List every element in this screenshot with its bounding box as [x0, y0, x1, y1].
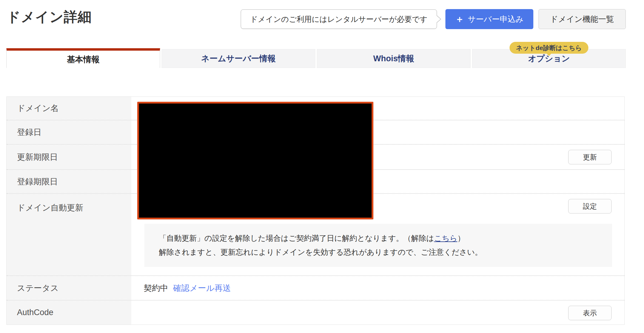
renew-button[interactable]: 更新 — [568, 150, 612, 164]
tab-bar: 基本情報 ネームサーバー情報 Whois情報 ネットde診断はこちら オプション — [6, 48, 626, 68]
note-line1-post: ） — [457, 234, 465, 242]
row-authcode-value — [131, 301, 624, 325]
redaction-overlay — [137, 102, 373, 219]
row-registration-deadline-label: 登録期限日 — [7, 170, 131, 193]
note-line2: 解除されますと、更新忘れによりドメインを失効する恐れがありますので、ご注意くださ… — [159, 248, 482, 256]
row-auto-renewal-label: ドメイン自動更新 — [7, 194, 131, 275]
tooltip-text: ドメインのご利用にはレンタルサーバーが必要です — [250, 14, 428, 24]
tab-whois-info-label: Whois情報 — [373, 53, 414, 64]
tab-nameserver-info-label: ネームサーバー情報 — [201, 53, 276, 64]
show-authcode-button[interactable]: 表示 — [568, 306, 612, 320]
cancel-here-link[interactable]: こちら — [434, 234, 458, 242]
net-de-diagnosis-badge[interactable]: ネットde診断はこちら — [509, 42, 589, 54]
tab-nameserver-info[interactable]: ネームサーバー情報 — [162, 49, 315, 68]
tab-whois-info[interactable]: Whois情報 — [317, 49, 471, 68]
row-domain-name-label: ドメイン名 — [7, 97, 131, 120]
domain-features-label: ドメイン機能一覧 — [550, 14, 614, 25]
tab-options[interactable]: ネットde診断はこちら オプション — [472, 49, 626, 68]
row-authcode-label: AuthCode — [7, 301, 131, 325]
row-status-label: ステータス — [7, 276, 131, 300]
resend-confirmation-mail-link[interactable]: 確認メール再送 — [173, 283, 231, 294]
auto-renewal-note: 「自動更新」の設定を解除した場合はご契約満了日に解約となります。（解除はこちら）… — [144, 224, 612, 267]
row-status: ステータス 契約中 確認メール再送 — [7, 275, 624, 300]
plus-icon: ＋ — [455, 15, 464, 24]
header-actions: ドメインのご利用にはレンタルサーバーが必要です ＋ サーバー申込み ドメイン機能… — [241, 9, 626, 29]
tab-basic-info[interactable]: 基本情報 — [6, 48, 160, 68]
row-renewal-deadline-label: 更新期限日 — [7, 145, 131, 169]
domain-features-button[interactable]: ドメイン機能一覧 — [538, 9, 626, 29]
server-required-tooltip: ドメインのご利用にはレンタルサーバーが必要です — [241, 9, 437, 29]
status-text: 契約中 — [144, 283, 168, 294]
page-title: ドメイン詳細 — [7, 8, 92, 26]
server-apply-button[interactable]: ＋ サーバー申込み — [445, 9, 533, 29]
tab-basic-info-label: 基本情報 — [67, 54, 100, 65]
row-registration-date-label: 登録日 — [7, 120, 131, 144]
domain-detail-table: ドメイン名 登録日 更新期限日 更新 登録期限日 ドメイン自動更新 設定 「自動… — [6, 96, 625, 325]
row-status-value: 契約中 確認メール再送 — [131, 276, 624, 300]
server-apply-label: サーバー申込み — [468, 14, 524, 25]
note-line1-pre: 「自動更新」の設定を解除した場合はご契約満了日に解約となります。（解除は — [159, 234, 434, 242]
auto-renewal-settings-button[interactable]: 設定 — [568, 199, 612, 214]
row-authcode: AuthCode 表示 — [7, 300, 624, 325]
